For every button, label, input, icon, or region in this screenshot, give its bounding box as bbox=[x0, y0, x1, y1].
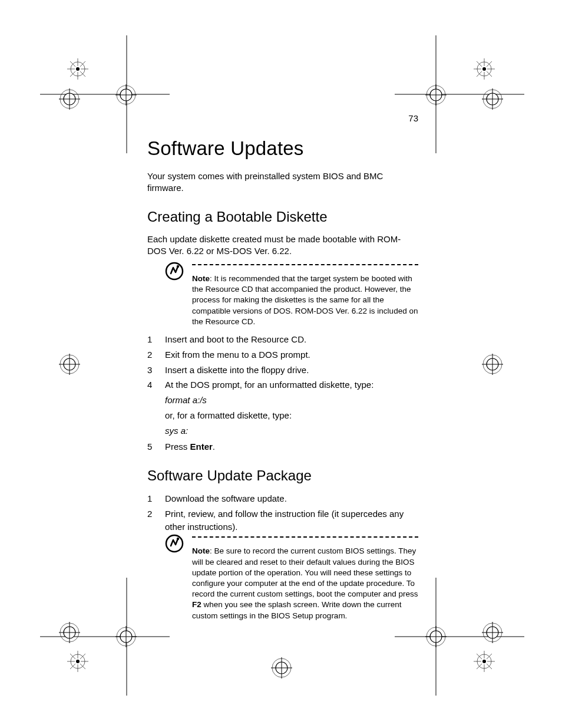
svg-point-68 bbox=[276, 662, 287, 674]
svg-line-5 bbox=[70, 61, 75, 67]
svg-point-33 bbox=[427, 85, 445, 104]
svg-point-40 bbox=[64, 358, 75, 370]
svg-point-81 bbox=[477, 654, 491, 668]
command-text: sys a: bbox=[165, 424, 418, 437]
svg-point-0 bbox=[76, 67, 80, 71]
list-item: 2Print, review, and follow the instructi… bbox=[147, 508, 418, 533]
crop-line-icon bbox=[40, 77, 170, 112]
svg-line-79 bbox=[477, 664, 482, 669]
crop-register-icon bbox=[425, 626, 447, 647]
svg-point-60 bbox=[120, 631, 132, 643]
svg-point-85 bbox=[427, 627, 445, 646]
svg-point-64 bbox=[64, 627, 75, 638]
section1-steps: 1Insert and boot to the Resource CD. 2Ex… bbox=[147, 333, 418, 391]
note-text-2: Note: Be sure to record the current cust… bbox=[192, 546, 418, 621]
svg-line-7 bbox=[70, 71, 75, 77]
list-item: 1Insert and boot to the Resource CD. bbox=[147, 333, 418, 346]
svg-line-77 bbox=[477, 654, 482, 659]
svg-point-45 bbox=[483, 355, 502, 374]
section1-steps-cont: 5Press Enter. bbox=[147, 440, 418, 453]
svg-line-28 bbox=[487, 61, 492, 67]
svg-line-56 bbox=[80, 654, 85, 659]
svg-point-89 bbox=[483, 623, 502, 642]
list-item: 4At the DOS prompt, for an unformatted d… bbox=[147, 378, 418, 391]
alt-text: or, for a formatted diskette, type: bbox=[165, 409, 418, 422]
section1-intro: Each update diskette created must be mad… bbox=[147, 233, 418, 258]
svg-point-72 bbox=[482, 660, 486, 663]
svg-point-95 bbox=[177, 538, 179, 540]
svg-point-69 bbox=[272, 658, 291, 677]
crop-register-icon bbox=[115, 626, 137, 647]
crop-register-icon bbox=[271, 657, 292, 678]
svg-point-20 bbox=[482, 67, 486, 71]
svg-point-32 bbox=[430, 89, 442, 101]
crop-sunburst-icon bbox=[65, 56, 91, 82]
svg-line-25 bbox=[477, 61, 482, 67]
svg-point-48 bbox=[76, 660, 80, 663]
svg-point-29 bbox=[477, 62, 491, 76]
svg-point-16 bbox=[64, 93, 75, 105]
list-item: 5Press Enter. bbox=[147, 440, 418, 453]
crop-register-icon bbox=[59, 354, 80, 375]
svg-point-57 bbox=[71, 654, 85, 668]
note-icon bbox=[165, 534, 184, 555]
list-item: 3Insert a diskette into the floppy drive… bbox=[147, 364, 418, 377]
svg-point-13 bbox=[117, 85, 135, 104]
heading-section2: Software Update Package bbox=[147, 467, 418, 484]
svg-point-9 bbox=[71, 62, 85, 76]
crop-register-icon bbox=[425, 84, 447, 106]
command-text: format a:/s bbox=[165, 394, 418, 407]
svg-point-36 bbox=[487, 93, 498, 105]
crop-register-icon bbox=[482, 88, 503, 110]
svg-point-61 bbox=[117, 627, 135, 646]
svg-point-44 bbox=[487, 358, 498, 370]
svg-point-12 bbox=[120, 89, 132, 101]
svg-line-55 bbox=[70, 664, 75, 669]
crop-line-icon bbox=[418, 35, 454, 153]
svg-line-78 bbox=[487, 664, 492, 669]
svg-line-80 bbox=[487, 654, 492, 659]
crop-sunburst-icon bbox=[471, 56, 497, 82]
crop-register-icon bbox=[59, 88, 80, 110]
intro-paragraph: Your system comes with preinstalled syst… bbox=[147, 170, 418, 195]
note-text-1: Note: It is recommended that the target … bbox=[192, 274, 418, 327]
svg-line-54 bbox=[80, 664, 85, 669]
heading-main: Software Updates bbox=[147, 137, 418, 160]
crop-sunburst-icon bbox=[471, 648, 497, 674]
list-item: 1Download the software update. bbox=[147, 492, 418, 505]
heading-section1: Creating a Bootable Diskette bbox=[147, 209, 418, 225]
note-block-2: Note: Be sure to record the current cust… bbox=[165, 536, 418, 621]
crop-register-icon bbox=[482, 354, 503, 375]
crop-register-icon bbox=[115, 84, 137, 106]
crop-line-icon bbox=[418, 578, 454, 696]
page-number: 73 bbox=[147, 113, 418, 123]
svg-point-17 bbox=[60, 90, 79, 108]
section2-steps: 1Download the software update. 2Print, r… bbox=[147, 492, 418, 533]
svg-line-26 bbox=[487, 71, 492, 77]
page-content: 73 Software Updates Your system comes wi… bbox=[147, 113, 418, 627]
note-icon bbox=[165, 262, 184, 283]
crop-line-icon bbox=[109, 578, 144, 696]
svg-point-88 bbox=[487, 627, 498, 638]
crop-sunburst-icon bbox=[65, 648, 91, 674]
list-item: 2Exit from the menu to a DOS prompt. bbox=[147, 348, 418, 361]
svg-line-6 bbox=[80, 71, 85, 77]
svg-point-41 bbox=[60, 355, 79, 374]
svg-line-27 bbox=[477, 71, 482, 77]
note-block-1: Note: It is recommended that the target … bbox=[165, 264, 418, 327]
svg-point-84 bbox=[430, 631, 442, 643]
svg-point-65 bbox=[60, 623, 79, 642]
svg-line-8 bbox=[80, 61, 85, 67]
svg-point-37 bbox=[483, 90, 502, 108]
crop-line-icon bbox=[395, 77, 524, 112]
crop-line-icon bbox=[109, 35, 144, 153]
svg-line-53 bbox=[70, 654, 75, 659]
crop-register-icon bbox=[59, 622, 80, 643]
crop-register-icon bbox=[482, 622, 503, 643]
svg-point-93 bbox=[177, 265, 179, 268]
